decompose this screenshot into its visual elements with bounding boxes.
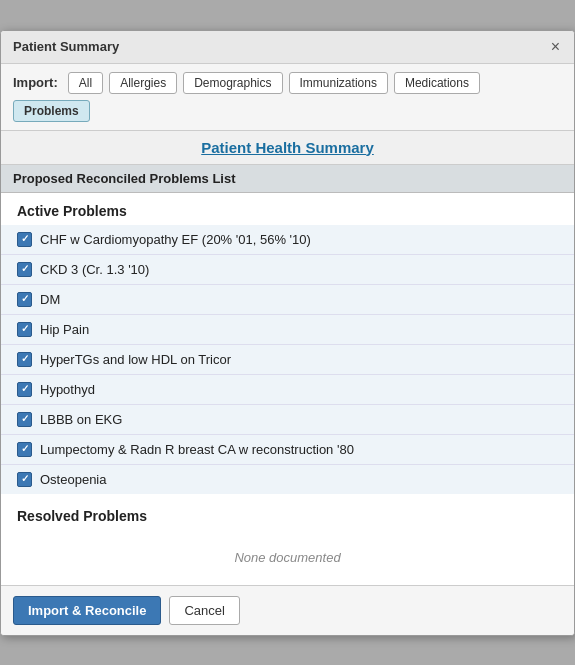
page-header: Patient Health Summary bbox=[1, 131, 574, 165]
checkbox-checked-icon[interactable] bbox=[17, 352, 32, 367]
import-label: Import: bbox=[13, 75, 58, 90]
page-header-text: Patient Health Summary bbox=[201, 139, 374, 156]
close-button[interactable]: × bbox=[549, 39, 562, 55]
import-btn-problems[interactable]: Problems bbox=[13, 100, 90, 122]
resolved-problems-section: Resolved Problems None documented bbox=[1, 498, 574, 585]
patient-summary-dialog: Patient Summary × Import: All Allergies … bbox=[0, 30, 575, 636]
problem-label: CHF w Cardiomyopathy EF (20% '01, 56% '1… bbox=[40, 232, 311, 247]
problem-row: Hypothyd bbox=[1, 375, 574, 405]
content-area: Active Problems CHF w Cardiomyopathy EF … bbox=[1, 193, 574, 585]
problem-row: CKD 3 (Cr. 1.3 '10) bbox=[1, 255, 574, 285]
proposed-section-title: Proposed Reconciled Problems List bbox=[13, 171, 236, 186]
checkbox-checked-icon[interactable] bbox=[17, 382, 32, 397]
checkbox-checked-icon[interactable] bbox=[17, 442, 32, 457]
checkbox-checked-icon[interactable] bbox=[17, 412, 32, 427]
checkbox-checked-icon[interactable] bbox=[17, 262, 32, 277]
import-bar: Import: All Allergies Demographics Immun… bbox=[1, 64, 574, 131]
import-reconcile-button[interactable]: Import & Reconcile bbox=[13, 596, 161, 625]
dialog-footer: Import & Reconcile Cancel bbox=[1, 585, 574, 635]
problem-label: DM bbox=[40, 292, 60, 307]
problem-label: Hip Pain bbox=[40, 322, 89, 337]
active-problems-list: CHF w Cardiomyopathy EF (20% '01, 56% '1… bbox=[1, 225, 574, 494]
problem-label: CKD 3 (Cr. 1.3 '10) bbox=[40, 262, 149, 277]
checkbox-checked-icon[interactable] bbox=[17, 292, 32, 307]
problem-row: Lumpectomy & Radn R breast CA w reconstr… bbox=[1, 435, 574, 465]
checkbox-checked-icon[interactable] bbox=[17, 472, 32, 487]
resolved-problems-title: Resolved Problems bbox=[1, 498, 574, 530]
import-btn-all[interactable]: All bbox=[68, 72, 103, 94]
import-btn-immunizations[interactable]: Immunizations bbox=[289, 72, 388, 94]
problem-label: Hypothyd bbox=[40, 382, 95, 397]
proposed-section-header: Proposed Reconciled Problems List bbox=[1, 165, 574, 193]
import-btn-medications[interactable]: Medications bbox=[394, 72, 480, 94]
problem-row: DM bbox=[1, 285, 574, 315]
problem-row: CHF w Cardiomyopathy EF (20% '01, 56% '1… bbox=[1, 225, 574, 255]
problem-row: Hip Pain bbox=[1, 315, 574, 345]
dialog-title: Patient Summary bbox=[13, 39, 119, 54]
title-bar: Patient Summary × bbox=[1, 31, 574, 64]
problem-label: Lumpectomy & Radn R breast CA w reconstr… bbox=[40, 442, 354, 457]
import-btn-demographics[interactable]: Demographics bbox=[183, 72, 282, 94]
checkbox-checked-icon[interactable] bbox=[17, 232, 32, 247]
active-problems-title: Active Problems bbox=[1, 193, 574, 225]
checkbox-checked-icon[interactable] bbox=[17, 322, 32, 337]
problem-label: Osteopenia bbox=[40, 472, 107, 487]
problem-label: LBBB on EKG bbox=[40, 412, 122, 427]
problem-label: HyperTGs and low HDL on Tricor bbox=[40, 352, 231, 367]
import-btn-allergies[interactable]: Allergies bbox=[109, 72, 177, 94]
cancel-button[interactable]: Cancel bbox=[169, 596, 239, 625]
problem-row: LBBB on EKG bbox=[1, 405, 574, 435]
none-documented-text: None documented bbox=[1, 530, 574, 585]
problem-row: HyperTGs and low HDL on Tricor bbox=[1, 345, 574, 375]
problem-row: Osteopenia bbox=[1, 465, 574, 494]
